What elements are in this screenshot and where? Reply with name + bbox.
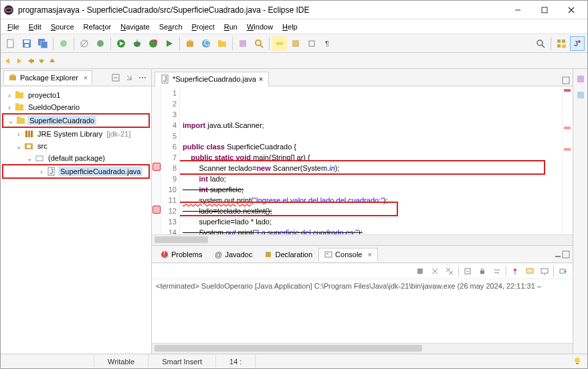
tree-jre[interactable]: ›JRE System Library [jdk-21] — [2, 128, 150, 140]
save-button[interactable] — [19, 36, 34, 51]
console-hscrollbar[interactable] — [152, 343, 573, 354]
minimize-button[interactable] — [504, 2, 531, 18]
editor-hscrollbar[interactable] — [152, 234, 573, 245]
overview-error-icon[interactable] — [564, 148, 571, 151]
error-marker-icon[interactable] — [153, 163, 161, 171]
toggle-highlight-button[interactable] — [272, 36, 287, 51]
overview-error-icon[interactable] — [564, 127, 571, 129]
svg-line-34 — [260, 45, 263, 48]
open-perspective-button[interactable] — [554, 36, 569, 51]
tip-icon[interactable] — [573, 356, 583, 367]
close-button[interactable] — [558, 2, 585, 18]
show-whitespace-button[interactable] — [304, 36, 319, 51]
overview-ruler[interactable] — [562, 86, 573, 234]
new-package-button[interactable] — [183, 36, 197, 51]
save-all-button[interactable] — [35, 36, 50, 51]
pin-button[interactable]: ¶ — [320, 36, 335, 51]
menu-search[interactable]: Search — [155, 21, 187, 32]
package-tree[interactable]: ›proyecto1 ›SueldoOperario ⌄SuperficieCu… — [1, 86, 151, 354]
view-menu-button[interactable] — [136, 72, 149, 84]
new-console-button[interactable]: + — [557, 265, 569, 277]
svg-point-58 — [142, 77, 143, 78]
close-console-icon[interactable]: × — [367, 250, 371, 259]
menu-navigate[interactable]: Navigate — [116, 21, 153, 32]
menu-file[interactable]: File — [3, 21, 23, 32]
code-text[interactable]: import java.util.Scanner; public class S… — [180, 86, 562, 234]
code-editor[interactable]: 1 2 3 4 5 6 7 8 9 10 11 12 13 14 import … — [152, 86, 573, 234]
debug-last-button[interactable] — [93, 36, 108, 51]
package-explorer-tab[interactable]: Package Explorer × — [3, 70, 92, 84]
console-icon — [324, 250, 332, 259]
prev-annotation-button[interactable] — [47, 56, 57, 66]
new-class-button[interactable]: C — [199, 36, 213, 51]
clear-console-button[interactable] — [462, 265, 474, 277]
task-list-button[interactable] — [575, 89, 587, 101]
collapse-all-button[interactable] — [110, 72, 122, 84]
remove-all-button[interactable] — [444, 265, 456, 277]
minimize-view-button[interactable] — [554, 250, 562, 259]
scroll-lock-button[interactable] — [476, 265, 488, 277]
back-button[interactable] — [3, 56, 13, 66]
remove-launch-button[interactable] — [429, 265, 441, 277]
java-perspective-button[interactable]: J — [570, 36, 585, 51]
terminate-button[interactable] — [414, 265, 426, 277]
last-edit-button[interactable] — [26, 56, 35, 66]
next-annotation-button[interactable] — [37, 56, 46, 66]
open-task-button[interactable] — [235, 36, 250, 51]
console-output[interactable]: <terminated> SueldoOperario [Java Applic… — [152, 279, 573, 343]
menu-refactor[interactable]: Refactor — [80, 21, 116, 32]
svg-point-44 — [562, 44, 566, 48]
debug-button[interactable] — [130, 36, 144, 51]
new-folder-button[interactable] — [215, 36, 229, 51]
outline-view-button[interactable] — [575, 73, 587, 85]
editor-tab-superficie[interactable]: J *SuperficieCuadrado.java × — [155, 72, 269, 86]
tree-project-sueldo[interactable]: ›SueldoOperario — [2, 101, 150, 113]
library-icon — [23, 129, 34, 139]
new-button[interactable] — [3, 36, 18, 51]
maximize-view-button[interactable] — [562, 250, 570, 259]
menu-help[interactable]: Help — [278, 21, 302, 32]
svg-rect-67 — [28, 131, 30, 137]
open-console-button[interactable] — [538, 265, 551, 277]
annotations-button[interactable] — [288, 36, 303, 51]
forward-button[interactable] — [14, 56, 23, 66]
menu-window[interactable]: Window — [243, 21, 277, 32]
tab-javadoc[interactable]: @Javadoc — [208, 248, 258, 261]
run-button[interactable] — [114, 36, 128, 51]
pin-console-button[interactable] — [509, 265, 521, 277]
maximize-editor-button[interactable] — [562, 76, 570, 84]
menu-run[interactable]: Run — [220, 21, 241, 32]
svg-rect-32 — [239, 40, 246, 47]
tree-src[interactable]: ⌄src — [2, 140, 150, 152]
menu-edit[interactable]: Edit — [25, 21, 45, 32]
tab-console[interactable]: Console× — [318, 248, 378, 261]
run-last-button[interactable] — [162, 36, 177, 51]
tab-problems[interactable]: !Problems — [155, 248, 208, 261]
tree-java-file[interactable]: ›JSuperficieCuadrado.java — [3, 165, 149, 177]
tab-declaration[interactable]: Declaration — [258, 248, 318, 261]
search-button[interactable] — [252, 36, 266, 51]
tree-project-proyecto1[interactable]: ›proyecto1 — [2, 89, 150, 101]
close-tab-icon[interactable]: × — [259, 75, 263, 83]
svg-marker-48 — [17, 58, 21, 64]
svg-rect-70 — [27, 145, 31, 148]
maximize-button[interactable] — [531, 2, 558, 18]
svg-point-39 — [537, 40, 543, 46]
coverage-button[interactable] — [146, 36, 161, 51]
skip-breakpoints-button[interactable] — [77, 36, 92, 51]
word-wrap-button[interactable] — [491, 265, 503, 277]
display-console-button[interactable] — [524, 265, 536, 277]
link-editor-button[interactable] — [123, 72, 135, 84]
quick-access-button[interactable] — [533, 36, 548, 51]
error-marker-icon[interactable] — [153, 206, 161, 214]
editor-area: J *SuperficieCuadrado.java × 1 2 3 4 5 6… — [152, 69, 573, 354]
tree-project-superficie[interactable]: ⌄SuperficieCuadrado — [3, 115, 149, 127]
svg-rect-3 — [542, 7, 547, 13]
overview-error-icon[interactable] — [564, 89, 571, 92]
tree-default-package[interactable]: ⌄(default package) — [2, 152, 150, 164]
open-type-button[interactable] — [56, 36, 71, 51]
close-view-icon[interactable]: × — [84, 74, 88, 82]
menu-source[interactable]: Source — [47, 21, 78, 32]
right-trim — [573, 69, 587, 354]
menu-project[interactable]: Project — [188, 21, 219, 32]
